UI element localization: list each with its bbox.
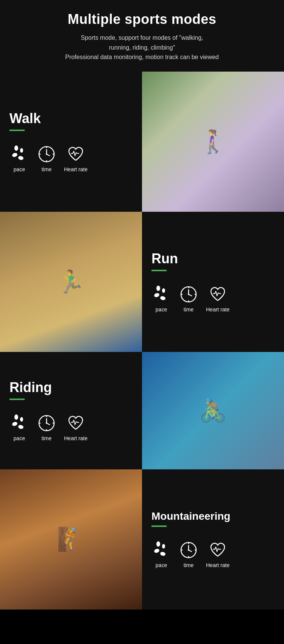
walk-title: Walk bbox=[9, 111, 133, 127]
svg-point-2 bbox=[12, 152, 18, 158]
walk-divider bbox=[9, 130, 25, 131]
mountaineering-info-cell: Mountaineering pace bbox=[142, 469, 284, 610]
subtitle: Sports mode, support four modes of "walk… bbox=[15, 33, 269, 62]
run-title: Run bbox=[151, 251, 275, 267]
svg-point-3 bbox=[18, 156, 24, 161]
run-time-item: time bbox=[179, 284, 198, 313]
mountaineering-pace-item: pace bbox=[151, 540, 171, 568]
mountaineering-pace-label: pace bbox=[156, 562, 167, 568]
header-section: Multiple sports modes Sports mode, suppo… bbox=[0, 0, 284, 72]
svg-point-43 bbox=[188, 549, 189, 551]
walk-heartrate-label: Heart rate bbox=[64, 166, 87, 172]
svg-point-36 bbox=[156, 541, 160, 547]
svg-point-15 bbox=[160, 296, 166, 301]
svg-point-1 bbox=[20, 148, 23, 153]
walk-info-cell: Walk pace bbox=[0, 72, 142, 212]
svg-point-13 bbox=[162, 288, 165, 293]
mountaineering-image: 🧗 bbox=[0, 469, 142, 610]
run-photo: 🏃‍♂️ bbox=[0, 212, 142, 352]
riding-pace-item: pace bbox=[9, 413, 29, 441]
clock-icon bbox=[37, 144, 56, 164]
mountaineering-time-label: time bbox=[184, 562, 193, 568]
page-title: Multiple sports modes bbox=[15, 11, 269, 27]
mountaineering-divider bbox=[151, 525, 167, 527]
clock-icon-run bbox=[179, 284, 198, 304]
run-row: 🏃‍♂️ Run pace bbox=[0, 212, 284, 352]
run-info-cell: Run pace bbox=[142, 212, 284, 352]
svg-point-14 bbox=[154, 292, 160, 298]
riding-photo: 🚴 bbox=[142, 352, 284, 469]
riding-heartrate-label: Heart rate bbox=[64, 435, 87, 441]
clock-icon-riding bbox=[37, 413, 56, 433]
run-pace-item: pace bbox=[151, 284, 171, 313]
walk-pace-label: pace bbox=[14, 166, 25, 172]
mountaineering-metrics: pace time bbox=[151, 540, 275, 568]
walk-metrics: pace time bbox=[9, 144, 133, 172]
run-metrics: pace time bbox=[151, 284, 275, 313]
run-heartrate-label: Heart rate bbox=[206, 306, 229, 313]
heartrate-icon bbox=[66, 144, 86, 164]
mountaineering-title: Mountaineering bbox=[151, 510, 275, 522]
riding-title: Riding bbox=[9, 380, 133, 395]
mountaineering-time-item: time bbox=[179, 540, 198, 568]
svg-point-12 bbox=[156, 286, 160, 291]
mountaineering-heartrate-label: Heart rate bbox=[206, 562, 229, 568]
heartrate-icon-mountain bbox=[208, 540, 228, 560]
svg-point-25 bbox=[20, 417, 23, 422]
footprint-icon bbox=[9, 144, 29, 164]
run-image: 🏃‍♂️ bbox=[0, 212, 142, 352]
svg-point-39 bbox=[160, 552, 166, 556]
svg-point-38 bbox=[154, 548, 160, 553]
svg-point-19 bbox=[188, 294, 189, 295]
mountaineering-row: 🧗 Mountaineering pace bbox=[0, 469, 284, 610]
riding-row: Riding pace bbox=[0, 352, 284, 469]
clock-icon-mountain bbox=[179, 540, 198, 560]
footprint-icon-riding bbox=[9, 413, 29, 433]
heartrate-icon-run bbox=[208, 284, 228, 304]
riding-heartrate-item: Heart rate bbox=[64, 413, 87, 441]
walk-time-item: time bbox=[37, 144, 56, 172]
svg-point-0 bbox=[14, 145, 18, 151]
riding-pace-label: pace bbox=[14, 435, 25, 441]
walk-row: Walk pace bbox=[0, 72, 284, 212]
run-time-label: time bbox=[184, 306, 193, 313]
mountaineering-heartrate-item: Heart rate bbox=[206, 540, 229, 568]
svg-point-24 bbox=[14, 414, 18, 420]
svg-point-7 bbox=[46, 153, 47, 155]
riding-info-cell: Riding pace bbox=[0, 352, 142, 469]
heartrate-icon-riding bbox=[66, 413, 86, 433]
walk-heartrate-item: Heart rate bbox=[64, 144, 87, 172]
run-divider bbox=[151, 270, 167, 271]
footprint-icon-mountain bbox=[151, 540, 171, 560]
walk-time-label: time bbox=[42, 166, 51, 172]
riding-time-item: time bbox=[37, 413, 56, 441]
riding-divider bbox=[9, 399, 25, 400]
walk-photo: 🚶‍♀️ bbox=[142, 72, 284, 212]
mountaineering-photo: 🧗 bbox=[0, 469, 142, 610]
riding-time-label: time bbox=[42, 435, 51, 441]
riding-metrics: pace time bbox=[9, 413, 133, 441]
walk-image: 🚶‍♀️ bbox=[142, 72, 284, 212]
svg-point-27 bbox=[18, 425, 24, 430]
riding-image: 🚴 bbox=[142, 352, 284, 469]
svg-point-37 bbox=[162, 544, 165, 549]
svg-point-26 bbox=[12, 421, 18, 427]
walk-pace-item: pace bbox=[9, 144, 29, 172]
run-heartrate-item: Heart rate bbox=[206, 284, 229, 313]
footprint-icon-run bbox=[151, 284, 171, 304]
svg-point-31 bbox=[46, 422, 47, 424]
run-pace-label: pace bbox=[156, 306, 167, 313]
